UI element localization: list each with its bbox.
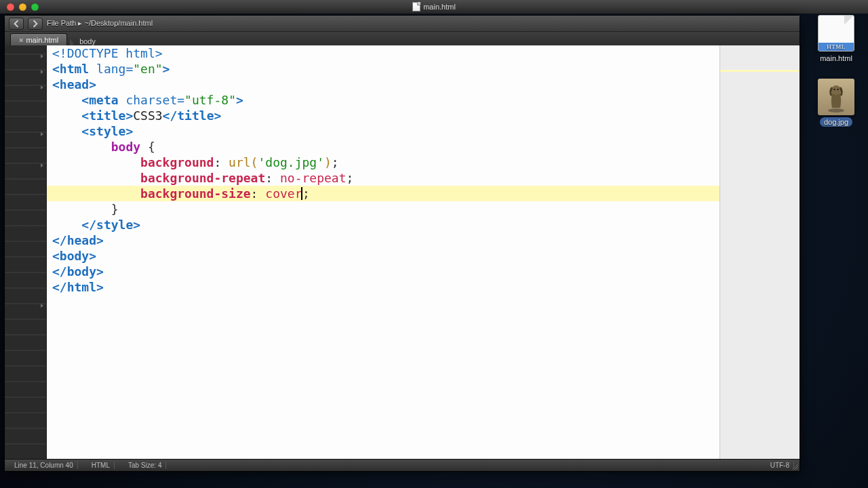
minimap[interactable]: [719, 45, 800, 459]
resize-grip-icon[interactable]: [790, 462, 798, 470]
desktop-file-label: dog.jpg: [820, 117, 852, 127]
editor-window: File Path ▸ ~/Desktop/main.html × main.h…: [4, 15, 800, 472]
desktop-file-main-html[interactable]: HTML main.html: [811, 15, 861, 62]
html-file-icon: HTML: [818, 15, 854, 52]
status-syntax[interactable]: HTML: [87, 462, 115, 469]
status-tabsize[interactable]: Tab Size: 4: [124, 462, 166, 469]
svg-point-1: [831, 85, 841, 95]
desktop-file-dog-jpg[interactable]: dog.jpg: [811, 79, 861, 126]
mac-titlebar: main.html: [0, 0, 868, 14]
desktop-file-label: main.html: [820, 54, 852, 62]
tab-label: main.html: [26, 36, 58, 44]
code-editor[interactable]: <!DOCTYPE html> <html lang="en"> <head> …: [47, 45, 719, 459]
status-line-col[interactable]: Line 11, Column 40: [10, 462, 78, 469]
svg-point-2: [834, 89, 835, 90]
svg-point-0: [828, 108, 844, 113]
tab-strip: × main.html body: [5, 32, 800, 45]
window-title-text: main.html: [423, 3, 456, 11]
file-path-label: File Path ▸ ~/Desktop/main.html: [47, 19, 153, 28]
image-file-icon: [818, 79, 854, 115]
nav-back-button[interactable]: [9, 18, 24, 30]
editor-body: <!DOCTYPE html> <html lang="en"> <head> …: [5, 45, 800, 459]
svg-point-3: [837, 89, 839, 90]
status-bar: Line 11, Column 40 HTML Tab Size: 4 UTF-…: [5, 459, 800, 471]
window-title: main.html: [0, 2, 868, 12]
breadcrumb-body[interactable]: body: [74, 37, 101, 45]
tab-close-icon[interactable]: ×: [19, 36, 23, 44]
minimap-highlight: [720, 70, 800, 72]
document-icon: [412, 2, 420, 12]
editor-toolbar: File Path ▸ ~/Desktop/main.html: [5, 16, 800, 32]
nav-forward-button[interactable]: [28, 18, 43, 30]
fold-gutter[interactable]: [5, 45, 47, 459]
tab-main-html[interactable]: × main.html: [10, 33, 67, 45]
